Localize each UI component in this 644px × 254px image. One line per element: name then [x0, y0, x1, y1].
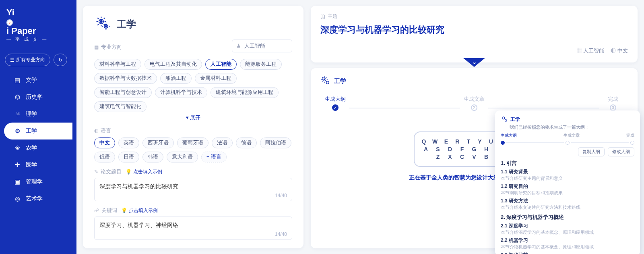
- sidebar-item-label: 理学: [26, 110, 37, 118]
- list-icon: ☰: [10, 57, 14, 63]
- sprout-icon: ❀: [14, 144, 21, 152]
- sidebar: Yizi Paper — 字 成 文 — ☰ 所有专业方向 ↻ ▤文学⌬历史学⚛…: [0, 0, 76, 254]
- kb-key: R: [454, 138, 460, 145]
- brand-tagline: — 字 成 文 —: [6, 36, 70, 42]
- outline-heading: 2. 深度学习与机器学习概述: [501, 214, 634, 221]
- major-input[interactable]: ♟ 人工智能: [232, 40, 292, 52]
- topic-title: 深度学习与机器学习的比较研究: [320, 24, 628, 36]
- title-example-hint[interactable]: 💡点击填入示例: [126, 169, 162, 175]
- gear-icon: [94, 15, 112, 34]
- keywords-section-label: ☍ 关键词: [94, 207, 117, 214]
- major-chip[interactable]: 酿酒工程: [160, 73, 192, 84]
- add-language-chip[interactable]: + 语言: [201, 152, 227, 162]
- kb-key: Q: [421, 138, 427, 145]
- major-chip[interactable]: 智能工程与创意设计: [94, 87, 152, 98]
- svg-point-8: [505, 120, 507, 122]
- history-icon: ↻: [58, 57, 62, 63]
- lang-chip[interactable]: 西班牙语: [142, 137, 174, 148]
- outline-subheading: 1.1 研究背景: [501, 169, 634, 175]
- title-counter: 14/40: [275, 193, 287, 198]
- lang-chip[interactable]: 英语: [118, 137, 139, 148]
- kb-key: Y: [477, 138, 483, 145]
- refresh-button[interactable]: ↻: [54, 54, 67, 66]
- sidebar-item-6[interactable]: ▣管理学: [6, 173, 72, 190]
- lang-chip[interactable]: 德语: [236, 137, 257, 148]
- sidebar-item-7[interactable]: ◎艺术学: [6, 190, 72, 207]
- step-2: 完成3: [599, 96, 627, 111]
- sidebar-item-label: 管理学: [26, 178, 43, 185]
- major-chip[interactable]: 计算机科学与技术: [155, 87, 207, 98]
- svg-point-7: [502, 117, 505, 119]
- keywords-counter: 14/40: [275, 231, 287, 237]
- copy-outline-button[interactable]: 复制大纲: [578, 147, 605, 156]
- major-chip[interactable]: 建筑电气与智能化: [94, 101, 147, 112]
- sidebar-item-label: 医学: [26, 161, 37, 169]
- sidebar-item-label: 历史学: [26, 94, 43, 101]
- topic-card: 🕮主题 深度学习与机器学习的比较研究 ▦ 人工智能 ◐ 中文 ⌄: [311, 6, 638, 62]
- sidebar-item-1[interactable]: ⌬历史学: [6, 89, 72, 106]
- config-card: 工学 ▦ 专业方向 ♟ 人工智能 材料科学与工程电气工程及其自动化人工智能能源服…: [83, 6, 303, 248]
- sidebar-item-label: 文学: [26, 77, 37, 84]
- lang-chip[interactable]: 日语: [118, 152, 139, 162]
- outline-subheading: 1.2 研究目的: [501, 183, 634, 190]
- major-chip[interactable]: 金属材料工程: [195, 73, 237, 84]
- outline-subheading: 2.3 初步比较: [501, 252, 634, 254]
- major-chip[interactable]: 人工智能: [205, 59, 237, 70]
- major-chip[interactable]: 能源服务工程: [240, 59, 282, 70]
- expand-majors[interactable]: ▾ 展开: [94, 115, 292, 121]
- lang-chip[interactable]: 韩语: [142, 152, 163, 162]
- lang-chip[interactable]: 意大利语: [167, 152, 198, 162]
- kb-key: C: [459, 154, 465, 160]
- grid-icon: ▦: [94, 44, 99, 50]
- sidebar-item-3[interactable]: ⚙工学: [4, 123, 72, 139]
- major-chip[interactable]: 建筑环境与能源应用工程: [211, 87, 279, 98]
- kb-key: H: [483, 146, 489, 152]
- kb-key: E: [444, 138, 449, 145]
- step-0: 生成大纲✓: [321, 96, 349, 111]
- card-title: 工学: [117, 18, 136, 31]
- major-chip[interactable]: 电气工程及其自动化: [144, 59, 202, 70]
- sidebar-item-5[interactable]: ✚医学: [6, 156, 72, 173]
- outline-subheading: 2.2 机器学习: [501, 237, 634, 244]
- lang-chip[interactable]: 阿拉伯语: [260, 137, 291, 148]
- bulb-icon: 💡: [121, 208, 127, 213]
- keywords-example-hint[interactable]: 💡点击填入示例: [121, 207, 158, 214]
- kb-key: A: [423, 146, 429, 152]
- sidebar-item-label: 农学: [26, 144, 37, 152]
- outline-subheading: 1.3 研究方法: [501, 198, 634, 204]
- major-chip[interactable]: 数据科学与大数据技术: [94, 73, 157, 84]
- outline-desc: 本节介绍本文论述的研究方法和技术路线: [501, 205, 634, 210]
- kb-key: B: [483, 154, 489, 160]
- bookmark-icon: 🕮: [320, 14, 325, 19]
- svg-point-3: [105, 26, 107, 27]
- edit-outline-button[interactable]: 修改大纲: [608, 147, 634, 156]
- major-chip[interactable]: 材料科学与工程: [94, 59, 141, 70]
- keywords-input[interactable]: 深度学习、机器学习、神经网络 14/40: [94, 217, 292, 240]
- lang-chip[interactable]: 俄语: [94, 152, 115, 162]
- popup-subhead: 我们已经按照您的要求生成了一篇大纲：: [510, 124, 634, 130]
- scroll-icon: ⌬: [14, 94, 21, 101]
- gear-icon: [501, 115, 508, 123]
- outline-popup: 工学 我们已经按照您的要求生成了一篇大纲： 生成大纲 生成文章 完成 复制大纲 …: [495, 110, 640, 254]
- kb-key: T: [466, 138, 471, 145]
- chevron-down-icon[interactable]: ⌄: [463, 58, 485, 67]
- lang-chip[interactable]: 葡萄牙语: [177, 137, 208, 148]
- user-icon: ♟: [236, 43, 241, 49]
- sidebar-item-0[interactable]: ▤文学: [6, 72, 72, 89]
- outline-desc: 本节介绍机器学习的基本概念、原理和应用领域: [501, 244, 634, 250]
- kb-key: G: [471, 146, 477, 152]
- lang-chip[interactable]: 中文: [94, 137, 115, 148]
- kb-key: W: [432, 138, 438, 145]
- language-section-label: ◐ 语言: [94, 127, 292, 134]
- all-majors-button[interactable]: ☰ 所有专业方向: [5, 54, 50, 66]
- outline-subheading: 2.1 深度学习: [501, 223, 634, 229]
- lang-chip[interactable]: 法语: [212, 137, 233, 148]
- step-1: 生成文章2: [460, 96, 488, 111]
- globe-icon: ◐: [94, 128, 98, 133]
- kb-key: D: [447, 146, 453, 152]
- paper-title-input[interactable]: 深度学习与机器学习的比较研究 14/40: [94, 178, 292, 201]
- sidebar-item-4[interactable]: ❀农学: [6, 139, 72, 156]
- svg-point-1: [100, 21, 102, 23]
- sidebar-item-2[interactable]: ⚛理学: [6, 106, 72, 123]
- kb-key: F: [459, 146, 465, 152]
